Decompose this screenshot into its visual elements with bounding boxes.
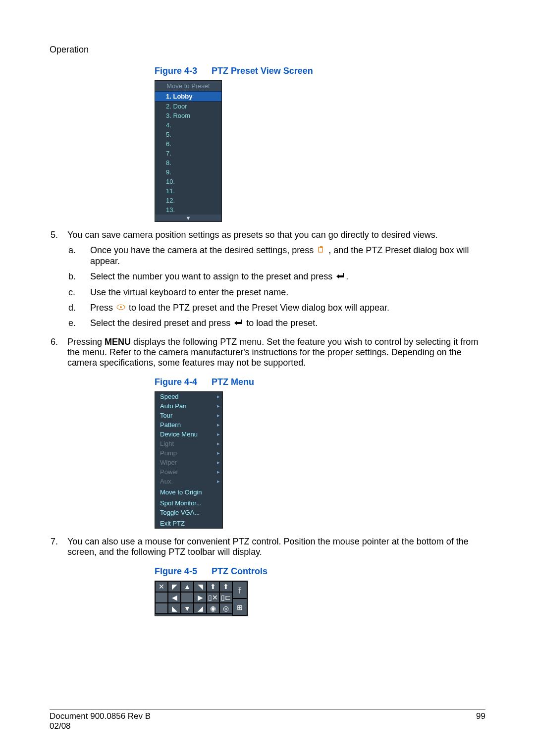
toolbar-button: ⬆ xyxy=(207,581,219,592)
sub-text: to load the preset. xyxy=(246,318,318,328)
toolbar-button: ▲ xyxy=(181,581,194,592)
chevron-right-icon: ▸ xyxy=(217,439,220,448)
ptz-menu: Speed▸Auto Pan▸Tour▸Pattern▸Device Menu▸… xyxy=(155,391,223,529)
toolbar-button: ▯✕ xyxy=(207,592,219,603)
toolbar-button: ◣ xyxy=(168,603,181,614)
list-item: 5. You can save camera position settings… xyxy=(50,230,485,329)
chevron-right-icon: ▸ xyxy=(217,392,220,401)
chevron-right-icon: ▸ xyxy=(217,421,220,429)
sub-text: Press xyxy=(90,303,115,313)
preset-item: 3. Room xyxy=(155,111,221,120)
sub-item: a. Once you have the camera at the desir… xyxy=(67,245,485,267)
ptz-menu-item: Spot Monitor... xyxy=(155,498,222,508)
toolbar-button: ⊞ xyxy=(232,598,247,616)
figure-label: Figure 4-4 xyxy=(155,377,197,387)
chevron-right-icon: ▸ xyxy=(217,458,220,467)
toolbar-button: ▶ xyxy=(194,592,207,603)
list-item: 7. You can also use a mouse for convenie… xyxy=(50,537,485,557)
ptz-menu-item: Wiper▸ xyxy=(155,458,222,467)
ptz-menu-item: Auto Pan▸ xyxy=(155,401,222,411)
enter-icon xyxy=(234,319,243,329)
preset-menu-title: Move to Preset xyxy=(155,81,221,91)
ptz-toolbar: ✕◤▲◥⬆⬆◀▶▯✕▯⊏◣▼◢◉◎⭱⊞ xyxy=(155,581,248,616)
preset-item: 6. xyxy=(155,139,221,149)
sub-letter: d. xyxy=(67,303,90,313)
figure-title: PTZ Controls xyxy=(212,566,268,576)
figure-title: PTZ Menu xyxy=(212,377,254,387)
figure-caption: Figure 4-3 PTZ Preset View Screen xyxy=(155,66,313,76)
footer-divider xyxy=(50,709,485,709)
chevron-right-icon: ▸ xyxy=(217,468,220,476)
chevron-right-icon: ▸ xyxy=(217,402,220,410)
ptz-menu-item: Speed▸ xyxy=(155,392,222,401)
toolbar-button: ◥ xyxy=(194,581,207,592)
ptz-menu-item: Tour▸ xyxy=(155,411,222,420)
sub-item: b. Select the number you want to assign … xyxy=(67,271,485,282)
preset-item: 5. xyxy=(155,130,221,139)
step-text: You can save camera position settings as… xyxy=(67,230,438,240)
preset-item: 2. Door xyxy=(155,102,221,111)
sub-item: c. Use the virtual keyboard to enter the… xyxy=(67,287,485,298)
enter-icon xyxy=(336,272,345,282)
toolbar-button xyxy=(155,603,168,614)
sub-item: d. Press to load the PTZ preset and the … xyxy=(67,303,485,314)
preset-item: 4. xyxy=(155,120,221,130)
sub-text: Select the number you want to assign to … xyxy=(90,271,335,281)
preset-menu: Move to Preset 1. Lobby2. Door3. Room4.5… xyxy=(155,80,222,222)
sub-text: Select the desired preset and press xyxy=(90,318,233,328)
ptz-menu-item: Move to Origin xyxy=(155,487,222,497)
ptz-menu-item: Pump▸ xyxy=(155,448,222,458)
toolbar-button: ▼ xyxy=(181,603,194,614)
ptz-menu-item: Device Menu▸ xyxy=(155,430,222,439)
step-number: 7. xyxy=(50,537,67,547)
preset-item: 10. xyxy=(155,177,221,186)
sub-letter: b. xyxy=(67,271,90,282)
chevron-right-icon: ▸ xyxy=(217,477,220,486)
toolbar-button: ◉ xyxy=(207,603,219,614)
preset-set-icon xyxy=(317,246,325,256)
toolbar-button: ⬆ xyxy=(219,581,232,592)
footer: Document 900.0856 Rev B 02/08 99 xyxy=(50,711,485,731)
ptz-menu-item: Toggle VGA... xyxy=(155,508,222,517)
preset-item: 8. xyxy=(155,158,221,167)
preset-menu-footer: ▼ xyxy=(155,215,221,221)
sub-text: . xyxy=(346,271,348,281)
figure-label: Figure 4-3 xyxy=(155,66,197,76)
load-preset-icon xyxy=(116,303,125,313)
ptz-menu-item: Power▸ xyxy=(155,467,222,477)
toolbar-button: ◀ xyxy=(168,592,181,603)
sub-item: e. Select the desired preset and press t… xyxy=(67,318,485,329)
list-item: 6. Pressing MENU displays the following … xyxy=(50,337,485,368)
step-text: You can also use a mouse for convenient … xyxy=(67,537,485,557)
toolbar-button xyxy=(181,592,194,603)
chevron-right-icon: ▸ xyxy=(217,430,220,438)
preset-item: 12. xyxy=(155,196,221,205)
preset-item: 7. xyxy=(155,149,221,158)
sub-letter: a. xyxy=(67,245,90,256)
svg-rect-1 xyxy=(320,246,322,248)
preset-item: 13. xyxy=(155,205,221,215)
preset-item: 1. Lobby xyxy=(155,91,221,102)
ptz-menu-item: Aux.▸ xyxy=(155,477,222,486)
step-text: Pressing MENU displays the following PTZ… xyxy=(67,337,478,368)
toolbar-button xyxy=(155,592,168,603)
sub-letter: c. xyxy=(67,287,90,298)
ptz-menu-item: Light▸ xyxy=(155,439,222,448)
toolbar-button: ▯⊏ xyxy=(219,592,232,603)
footer-date: 02/08 xyxy=(50,721,151,731)
preset-item: 9. xyxy=(155,167,221,177)
toolbar-button: ◎ xyxy=(219,603,232,614)
section-title: Operation xyxy=(50,45,485,55)
sub-text: to load the PTZ preset and the Preset Vi… xyxy=(129,303,389,313)
sub-letter: e. xyxy=(67,318,90,328)
svg-point-3 xyxy=(120,306,122,308)
chevron-down-icon: ▼ xyxy=(186,216,191,221)
step-number: 5. xyxy=(50,230,67,240)
chevron-right-icon: ▸ xyxy=(217,449,220,457)
toolbar-button: ◤ xyxy=(168,581,181,592)
footer-doc: Document 900.0856 Rev B xyxy=(50,711,151,721)
figure-label: Figure 4-5 xyxy=(155,566,197,576)
preset-item: 11. xyxy=(155,186,221,196)
sub-text: Once you have the camera at the desired … xyxy=(90,245,316,255)
ptz-menu-item: Exit PTZ xyxy=(155,519,222,528)
